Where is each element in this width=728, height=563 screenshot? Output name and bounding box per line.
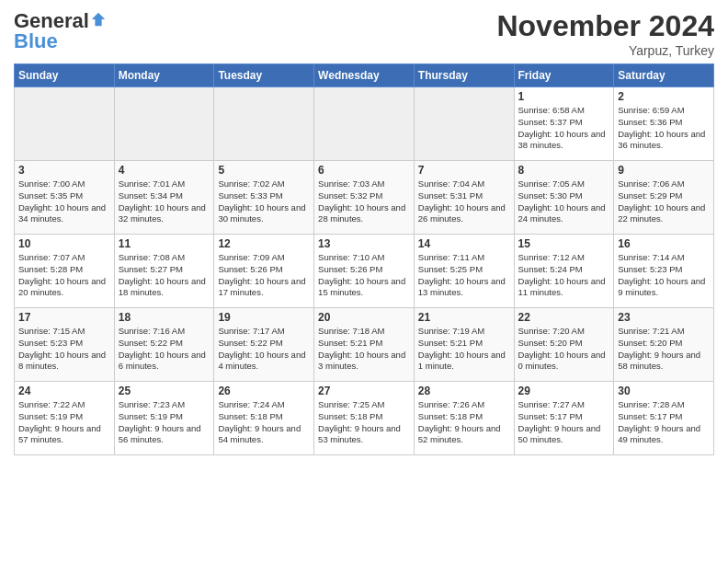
day-info: Sunrise: 7:02 AMSunset: 5:33 PMDaylight:… [218,178,310,225]
calendar-day: 19Sunrise: 7:17 AMSunset: 5:22 PMDayligh… [214,308,314,382]
day-info: Sunrise: 7:23 AMSunset: 5:19 PMDaylight:… [119,399,210,446]
day-number: 9 [618,164,710,177]
day-info: Sunrise: 7:09 AMSunset: 5:26 PMDaylight:… [218,252,310,299]
day-info: Sunrise: 7:25 AMSunset: 5:18 PMDaylight:… [318,399,410,446]
calendar-day: 29Sunrise: 7:27 AMSunset: 5:17 PMDayligh… [514,382,614,455]
calendar-day: 21Sunrise: 7:19 AMSunset: 5:21 PMDayligh… [414,308,514,382]
day-info: Sunrise: 7:16 AMSunset: 5:22 PMDaylight:… [119,326,210,373]
calendar-day: 2Sunrise: 6:59 AMSunset: 5:36 PMDaylight… [614,87,714,161]
day-number: 5 [218,164,310,177]
day-info: Sunrise: 7:21 AMSunset: 5:20 PMDaylight:… [618,326,710,373]
day-info: Sunrise: 7:00 AMSunset: 5:35 PMDaylight:… [18,178,110,225]
col-friday: Friday [514,64,614,87]
day-number: 24 [18,385,110,397]
title-block: November 2024 Yarpuz, Turkey [496,9,714,58]
day-info: Sunrise: 6:58 AMSunset: 5:37 PMDaylight:… [518,105,610,152]
day-info: Sunrise: 7:20 AMSunset: 5:20 PMDaylight:… [518,326,610,373]
calendar-week-row: 3Sunrise: 7:00 AMSunset: 5:35 PMDaylight… [15,161,714,235]
calendar-day: 17Sunrise: 7:15 AMSunset: 5:23 PMDayligh… [15,308,115,382]
day-number: 10 [18,237,110,250]
day-info: Sunrise: 7:04 AMSunset: 5:31 PMDaylight:… [418,178,510,225]
day-number: 1 [518,90,610,103]
calendar-day: 7Sunrise: 7:04 AMSunset: 5:31 PMDaylight… [414,161,514,235]
svg-marker-0 [92,13,105,26]
calendar-day: 18Sunrise: 7:16 AMSunset: 5:22 PMDayligh… [114,308,214,382]
col-thursday: Thursday [414,64,514,87]
col-monday: Monday [114,64,214,87]
calendar-day: 9Sunrise: 7:06 AMSunset: 5:29 PMDaylight… [614,161,714,235]
day-number: 27 [318,385,410,397]
calendar-day [214,87,314,161]
calendar-day: 3Sunrise: 7:00 AMSunset: 5:35 PMDaylight… [15,161,115,235]
day-info: Sunrise: 7:15 AMSunset: 5:23 PMDaylight:… [18,326,110,373]
calendar-day: 24Sunrise: 7:22 AMSunset: 5:19 PMDayligh… [15,382,115,455]
calendar-day: 22Sunrise: 7:20 AMSunset: 5:20 PMDayligh… [514,308,614,382]
day-number: 21 [418,311,510,324]
day-info: Sunrise: 7:06 AMSunset: 5:29 PMDaylight:… [618,178,710,225]
logo-blue-text: Blue [14,29,58,53]
day-info: Sunrise: 6:59 AMSunset: 5:36 PMDaylight:… [618,105,710,152]
calendar-day: 30Sunrise: 7:28 AMSunset: 5:17 PMDayligh… [614,382,714,455]
calendar-day: 13Sunrise: 7:10 AMSunset: 5:26 PMDayligh… [314,235,415,308]
day-number: 2 [618,90,710,103]
day-info: Sunrise: 7:10 AMSunset: 5:26 PMDaylight:… [318,252,410,299]
day-number: 6 [318,164,410,177]
day-number: 14 [418,237,510,250]
day-info: Sunrise: 7:27 AMSunset: 5:17 PMDaylight:… [518,399,610,446]
day-number: 3 [18,164,110,177]
day-info: Sunrise: 7:05 AMSunset: 5:30 PMDaylight:… [518,178,610,225]
day-info: Sunrise: 7:17 AMSunset: 5:22 PMDaylight:… [218,326,310,373]
day-number: 18 [119,311,210,324]
day-number: 23 [618,311,710,324]
calendar-week-row: 1Sunrise: 6:58 AMSunset: 5:37 PMDaylight… [15,87,714,161]
day-info: Sunrise: 7:22 AMSunset: 5:19 PMDaylight:… [18,399,110,446]
calendar-day: 10Sunrise: 7:07 AMSunset: 5:28 PMDayligh… [15,235,115,308]
calendar-day: 15Sunrise: 7:12 AMSunset: 5:24 PMDayligh… [514,235,614,308]
calendar-day: 27Sunrise: 7:25 AMSunset: 5:18 PMDayligh… [314,382,415,455]
day-info: Sunrise: 7:12 AMSunset: 5:24 PMDaylight:… [518,252,610,299]
day-number: 26 [218,385,310,397]
day-number: 4 [119,164,210,177]
location: Yarpuz, Turkey [496,43,714,58]
calendar-day: 12Sunrise: 7:09 AMSunset: 5:26 PMDayligh… [214,235,314,308]
col-wednesday: Wednesday [314,64,415,87]
day-info: Sunrise: 7:07 AMSunset: 5:28 PMDaylight:… [18,252,110,299]
day-number: 12 [218,237,310,250]
calendar-week-row: 17Sunrise: 7:15 AMSunset: 5:23 PMDayligh… [15,308,714,382]
day-number: 17 [18,311,110,324]
day-info: Sunrise: 7:26 AMSunset: 5:18 PMDaylight:… [418,399,510,446]
calendar-day: 8Sunrise: 7:05 AMSunset: 5:30 PMDaylight… [514,161,614,235]
logo-icon [90,11,107,28]
calendar-day [114,87,214,161]
day-number: 30 [618,385,710,397]
logo: General Blue [14,9,107,53]
day-number: 19 [218,311,310,324]
day-info: Sunrise: 7:03 AMSunset: 5:32 PMDaylight:… [318,178,410,225]
day-number: 28 [418,385,510,397]
day-info: Sunrise: 7:14 AMSunset: 5:23 PMDaylight:… [618,252,710,299]
col-saturday: Saturday [614,64,714,87]
day-number: 11 [119,237,210,250]
calendar-week-row: 10Sunrise: 7:07 AMSunset: 5:28 PMDayligh… [15,235,714,308]
calendar-day: 25Sunrise: 7:23 AMSunset: 5:19 PMDayligh… [114,382,214,455]
day-info: Sunrise: 7:11 AMSunset: 5:25 PMDaylight:… [418,252,510,299]
calendar-day: 16Sunrise: 7:14 AMSunset: 5:23 PMDayligh… [614,235,714,308]
calendar-day: 11Sunrise: 7:08 AMSunset: 5:27 PMDayligh… [114,235,214,308]
calendar-day: 14Sunrise: 7:11 AMSunset: 5:25 PMDayligh… [414,235,514,308]
day-number: 7 [418,164,510,177]
day-number: 20 [318,311,410,324]
day-number: 8 [518,164,610,177]
day-number: 29 [518,385,610,397]
calendar-day: 6Sunrise: 7:03 AMSunset: 5:32 PMDaylight… [314,161,415,235]
page-header: General Blue November 2024 Yarpuz, Turke… [14,9,714,58]
calendar-week-row: 24Sunrise: 7:22 AMSunset: 5:19 PMDayligh… [15,382,714,455]
day-number: 13 [318,237,410,250]
day-info: Sunrise: 7:18 AMSunset: 5:21 PMDaylight:… [318,326,410,373]
day-info: Sunrise: 7:01 AMSunset: 5:34 PMDaylight:… [119,178,210,225]
calendar-day [314,87,415,161]
month-title: November 2024 [496,9,714,43]
calendar-day [414,87,514,161]
calendar-header-row: Sunday Monday Tuesday Wednesday Thursday… [15,64,714,87]
day-info: Sunrise: 7:19 AMSunset: 5:21 PMDaylight:… [418,326,510,373]
col-sunday: Sunday [15,64,115,87]
